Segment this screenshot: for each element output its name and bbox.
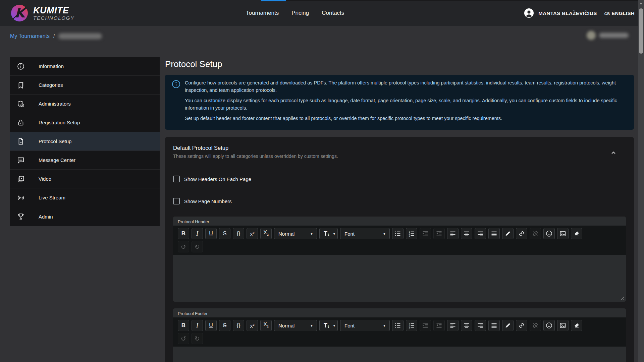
- resize-handle-icon[interactable]: [620, 296, 624, 300]
- align-center-icon: [463, 322, 470, 329]
- unordered-list-button[interactable]: [392, 228, 404, 239]
- superscript-button[interactable]: x2: [247, 228, 258, 239]
- scroll-up-arrow-icon[interactable]: [640, 2, 642, 4]
- tournament-sidebar: Information Categories Administrators Re…: [10, 57, 160, 226]
- superscript-button[interactable]: x2: [247, 320, 258, 331]
- sidebar-item-live-stream[interactable]: Live Stream: [10, 188, 160, 207]
- align-center-button[interactable]: [461, 320, 472, 331]
- clear-formatting-button[interactable]: [571, 320, 582, 331]
- align-justify-button[interactable]: [488, 320, 500, 331]
- breadcrumb-bar: My Tournaments /: [0, 26, 644, 46]
- show-headers-checkbox-row: Show Headers On Each Page: [173, 176, 626, 182]
- sidebar-item-message-center[interactable]: Message Center: [10, 151, 160, 170]
- outdent-button: [433, 228, 445, 239]
- sidebar-item-label: Information: [39, 63, 64, 69]
- numbered-list-icon: 123: [408, 322, 415, 329]
- paragraph-style-select[interactable]: Normal▼: [274, 320, 317, 331]
- bold-button[interactable]: B: [178, 320, 189, 331]
- sidebar-item-label: Registration Setup: [39, 120, 80, 125]
- text-color-pen-button[interactable]: [502, 320, 514, 331]
- align-left-icon: [449, 322, 456, 329]
- underline-button[interactable]: U: [205, 228, 217, 239]
- bold-button[interactable]: B: [178, 228, 189, 239]
- info-icon: [17, 62, 25, 70]
- chevron-down-icon: ▼: [310, 232, 313, 236]
- indent-button: [420, 320, 431, 331]
- protocol-header-editor: Protocol Header BIUS{}x2X2Normal▼T↓▼Font…: [173, 217, 626, 302]
- tournament-meta-redacted: [587, 31, 629, 40]
- align-left-button[interactable]: [447, 228, 459, 239]
- sidebar-item-video[interactable]: Video: [10, 170, 160, 188]
- sidebar-item-label: Administrators: [39, 101, 71, 107]
- show-page-numbers-checkbox[interactable]: [173, 198, 180, 204]
- insert-image-button[interactable]: [557, 228, 569, 239]
- code-braces-button[interactable]: {}: [233, 320, 244, 331]
- align-justify-button[interactable]: [488, 228, 500, 239]
- main-content: Protocol Setup Configure how protocols a…: [165, 47, 634, 362]
- subscript-button[interactable]: X2: [260, 228, 272, 239]
- nav-item-contacts[interactable]: Contacts: [322, 10, 344, 16]
- sidebar-item-protocol-setup[interactable]: Protocol Setup: [10, 132, 160, 151]
- admin-shield-icon: [17, 100, 25, 108]
- sidebar-item-label: Message Center: [39, 157, 75, 163]
- insert-link-button[interactable]: [516, 228, 527, 239]
- align-right-button[interactable]: [475, 228, 486, 239]
- ordered-list-button[interactable]: 123: [406, 320, 417, 331]
- protocol-footer-editor: Protocol Footer BIUS{}x2X2Normal▼T↓▼Font…: [173, 308, 626, 362]
- paragraph-style-select[interactable]: Normal▼: [274, 228, 317, 239]
- unordered-list-button[interactable]: [392, 320, 404, 331]
- sidebar-item-categories[interactable]: Categories: [10, 76, 160, 95]
- checkbox-label[interactable]: Show Page Numbers: [184, 198, 232, 204]
- ordered-list-button[interactable]: 123: [406, 228, 417, 239]
- sidebar-item-label: Admin: [39, 214, 53, 220]
- code-braces-button[interactable]: {}: [233, 228, 244, 239]
- editor-content-area[interactable]: [173, 347, 626, 362]
- show-headers-checkbox[interactable]: [173, 176, 180, 182]
- text-color-pen-button[interactable]: [502, 228, 514, 239]
- eraser-icon: [573, 230, 580, 237]
- sidebar-item-admin[interactable]: Admin: [10, 207, 160, 226]
- info-paragraph: Set up default header and footer content…: [185, 115, 627, 122]
- user-menu[interactable]: MANTAS BLAŽEVIČIUS GB ENGLISH: [524, 0, 635, 26]
- editor-content-area[interactable]: [173, 255, 626, 302]
- top-nav: Tournaments Pricing Contacts: [246, 0, 344, 26]
- strikethrough-button[interactable]: S: [219, 228, 230, 239]
- collapse-section-button[interactable]: [610, 148, 619, 157]
- font-family-select[interactable]: Font▼: [340, 320, 390, 331]
- insert-image-button[interactable]: [557, 320, 569, 331]
- language-selector[interactable]: GB ENGLISH: [604, 10, 635, 16]
- scrollbar-thumb[interactable]: [639, 8, 643, 54]
- emoji-button[interactable]: [543, 228, 555, 239]
- italic-button[interactable]: I: [192, 320, 203, 331]
- text-size-select[interactable]: T↓▼: [319, 228, 338, 239]
- brand-logo[interactable]: K KUMITE TECHNOLOGY: [11, 4, 74, 22]
- subscript-button[interactable]: X2: [260, 320, 272, 331]
- text-size-select[interactable]: T↓▼: [319, 320, 338, 331]
- chevron-down-icon: ▼: [310, 324, 313, 327]
- emoji-button[interactable]: [543, 320, 555, 331]
- toolbar-row: BIUS{}x2X2Normal▼T↓▼Font▼123: [178, 320, 621, 331]
- clear-formatting-button[interactable]: [571, 228, 582, 239]
- avatar-icon: [524, 8, 534, 18]
- insert-link-button[interactable]: [516, 320, 527, 331]
- toolbar-row: ↺↻: [178, 333, 621, 344]
- nav-item-pricing[interactable]: Pricing: [291, 10, 309, 16]
- redo-button: ↻: [192, 333, 203, 344]
- protocol-setup-page: { "header": { "brand": { "name": "KUMITE…: [0, 0, 644, 362]
- info-paragraph: Configure how protocols are generated an…: [185, 79, 627, 94]
- underline-button[interactable]: U: [205, 320, 217, 331]
- breadcrumb-my-tournaments-link[interactable]: My Tournaments: [10, 33, 50, 39]
- checkbox-label[interactable]: Show Headers On Each Page: [184, 176, 251, 182]
- align-left-button[interactable]: [447, 320, 459, 331]
- sidebar-item-registration-setup[interactable]: Registration Setup: [10, 113, 160, 132]
- sidebar-item-administrators[interactable]: Administrators: [10, 95, 160, 113]
- align-center-button[interactable]: [461, 228, 472, 239]
- document-icon: [17, 137, 25, 145]
- align-right-button[interactable]: [475, 320, 486, 331]
- nav-item-tournaments[interactable]: Tournaments: [246, 10, 279, 16]
- sidebar-item-information[interactable]: Information: [10, 57, 160, 76]
- scrollbar[interactable]: [638, 0, 644, 362]
- italic-button[interactable]: I: [192, 228, 203, 239]
- font-family-select[interactable]: Font▼: [340, 228, 390, 239]
- strikethrough-button[interactable]: S: [219, 320, 230, 331]
